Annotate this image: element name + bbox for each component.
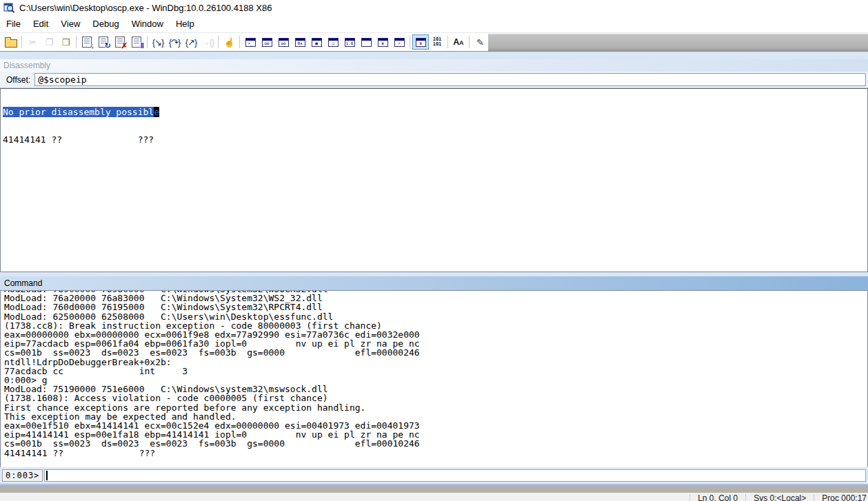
- run-to-cursor-button: →{}: [199, 34, 216, 50]
- disassembly-pane-titlebar[interactable]: Disassembly: [0, 59, 868, 72]
- window-title: C:\Users\win\Desktop\oscp.exe - WinDbg:1…: [19, 3, 272, 13]
- scratch-pad-icon: 1.0: [345, 38, 355, 47]
- windbg-app-icon[interactable]: [3, 2, 14, 13]
- menu-window[interactable]: Window: [125, 17, 170, 31]
- disassembly-content[interactable]: No prior disassembly possible 41414141 ?…: [0, 88, 868, 272]
- command-window-icon: >_: [245, 38, 256, 47]
- disassembly-cursor: e: [154, 107, 159, 117]
- step-into-button[interactable]: {↘}: [150, 34, 166, 50]
- menu-bar: File Edit View Debug Window Help: [0, 15, 868, 32]
- memory-window-icon: ▦: [312, 38, 322, 47]
- windbg-window: C:\Users\win\Desktop\oscp.exe - WinDbg:1…: [0, 0, 868, 501]
- locals-window-button[interactable]: oo: [275, 34, 292, 50]
- menu-debug[interactable]: Debug: [86, 17, 125, 31]
- watch-window-button[interactable]: oo: [259, 34, 275, 50]
- locals-window-icon: oo: [279, 38, 289, 47]
- assembly-mode-icon: 101101: [433, 37, 442, 47]
- toolbar-separator: [469, 36, 470, 48]
- step-out-icon: {↗}: [185, 38, 197, 47]
- menu-view[interactable]: View: [54, 17, 86, 31]
- offset-input[interactable]: [34, 73, 866, 86]
- restart-icon: ↻: [99, 37, 108, 48]
- disassembly-selected-line: No prior disassembly possible: [3, 108, 867, 116]
- break-icon: ‖: [132, 37, 141, 48]
- open-source-file-button[interactable]: [3, 34, 19, 50]
- go-icon: ↓: [82, 37, 92, 48]
- source-window-icon: ≡: [378, 38, 388, 47]
- toolbar-separator: [218, 36, 219, 48]
- disassembly-pane-title: Disassembly: [3, 61, 50, 70]
- toolbar-separator: [76, 36, 77, 48]
- watch-window-icon: oo: [262, 38, 272, 47]
- toolbar-buttons: ✂❐❒↓↻✗‖{↘}{↷}{↗}→{}☝>_oooo0x▦❏1.0≡>≡1011…: [0, 33, 488, 51]
- restart-button[interactable]: ↻: [95, 34, 112, 50]
- cut-button: ✂: [24, 34, 41, 50]
- open-source-file-icon: [5, 39, 17, 48]
- go-button[interactable]: ↓: [79, 34, 95, 50]
- disassembly-selected-text: No prior disassembly possibl: [3, 107, 154, 117]
- command-output[interactable]: ModLoad: 76900000 76960000 C:\Windows\Sy…: [0, 291, 868, 467]
- registers-window-button[interactable]: 0x: [292, 34, 308, 50]
- menu-file[interactable]: File: [0, 17, 27, 31]
- step-into-icon: {↘}: [152, 38, 164, 47]
- stop-debugging-button[interactable]: ✗: [112, 34, 128, 50]
- status-system: Sys 0:<Local>: [746, 493, 814, 501]
- options-icon: ✎: [476, 38, 483, 47]
- scratch-pad-button[interactable]: 1.0: [341, 34, 358, 50]
- command-input-row: 0:003>: [0, 467, 868, 484]
- toolbar-separator: [147, 36, 148, 48]
- copy-button: ❐: [41, 34, 57, 50]
- step-over-icon: {↷}: [169, 38, 181, 47]
- toolbar-separator: [239, 36, 240, 48]
- command-pane-title: Command: [4, 278, 42, 288]
- paste-button[interactable]: ❒: [57, 34, 74, 50]
- status-process: Proc 000:17: [814, 493, 868, 501]
- command-window-button[interactable]: >_: [242, 34, 259, 50]
- copy-icon: ❐: [46, 38, 53, 47]
- step-out-button[interactable]: {↗}: [183, 34, 199, 50]
- status-bar: Ln 0, Col 0 Sys 0:<Local> Proc 000:17: [0, 493, 868, 501]
- disassembly-window-icon: [361, 38, 372, 47]
- offset-label: Offset:: [6, 75, 30, 85]
- toolbar-separator: [447, 36, 448, 48]
- toolbar: ✂❐❒↓↻✗‖{↘}{↷}{↗}→{}☝>_oooo0x▦❏1.0≡>≡1011…: [0, 32, 868, 52]
- disassembly-line: 41414141 ?? ???: [3, 135, 867, 144]
- toolbar-separator: [410, 36, 410, 48]
- break-button[interactable]: ‖: [128, 34, 145, 50]
- command-output-text: ModLoad: 76900000 76960000 C:\Windows\Sy…: [4, 291, 867, 458]
- stop-debugging-icon: ✗: [115, 37, 125, 48]
- disassembly-window-button[interactable]: [358, 34, 374, 50]
- options-button[interactable]: ✎: [472, 34, 488, 50]
- menu-help[interactable]: Help: [170, 17, 201, 31]
- paste-icon: ❒: [62, 38, 70, 47]
- calls-window-button[interactable]: ❏: [325, 34, 341, 50]
- registers-window-icon: 0x: [295, 38, 305, 47]
- font-icon: AA: [453, 37, 463, 47]
- run-to-cursor-icon: →{}: [201, 38, 214, 47]
- toolbar-separator: [21, 36, 22, 48]
- cut-icon: ✂: [29, 38, 36, 47]
- disassembly-offset-row: Offset:: [0, 72, 868, 88]
- command-prompt: 0:003>: [2, 469, 43, 482]
- menu-edit[interactable]: Edit: [27, 17, 54, 31]
- command-pane-titlebar[interactable]: Command: [0, 276, 868, 291]
- window-grip-band: [0, 485, 868, 493]
- command-browser-icon: >: [394, 38, 405, 47]
- assembly-mode-button[interactable]: 101101: [429, 34, 445, 50]
- command-browser-button[interactable]: >: [391, 34, 407, 50]
- step-over-button[interactable]: {↷}: [166, 34, 183, 50]
- source-mode-button[interactable]: ≡: [412, 34, 429, 50]
- source-mode-icon: ≡: [416, 38, 426, 47]
- calls-window-icon: ❏: [328, 38, 339, 47]
- dock-strip-top: [0, 52, 868, 59]
- memory-window-button[interactable]: ▦: [308, 34, 325, 50]
- command-input[interactable]: [44, 469, 866, 482]
- text-caret: [46, 471, 48, 480]
- insert-remove-breakpoint-button[interactable]: ☝: [221, 34, 237, 50]
- font-button[interactable]: AA: [450, 34, 467, 50]
- insert-remove-breakpoint-icon: ☝: [223, 38, 234, 47]
- source-window-button[interactable]: ≡: [374, 34, 391, 50]
- title-bar: C:\Users\win\Desktop\oscp.exe - WinDbg:1…: [0, 0, 868, 15]
- status-line-col: Ln 0, Col 0: [690, 493, 745, 501]
- toolbar-empty-area: [488, 33, 868, 51]
